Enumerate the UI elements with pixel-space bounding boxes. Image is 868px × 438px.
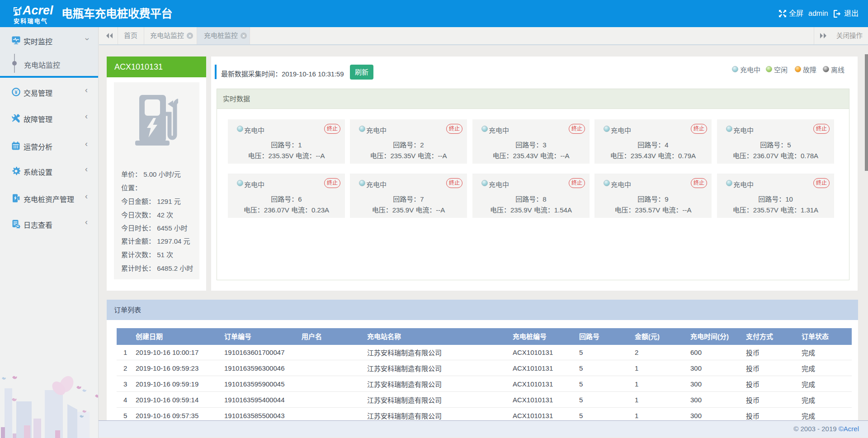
svg-text:¥: ¥ bbox=[14, 89, 18, 95]
